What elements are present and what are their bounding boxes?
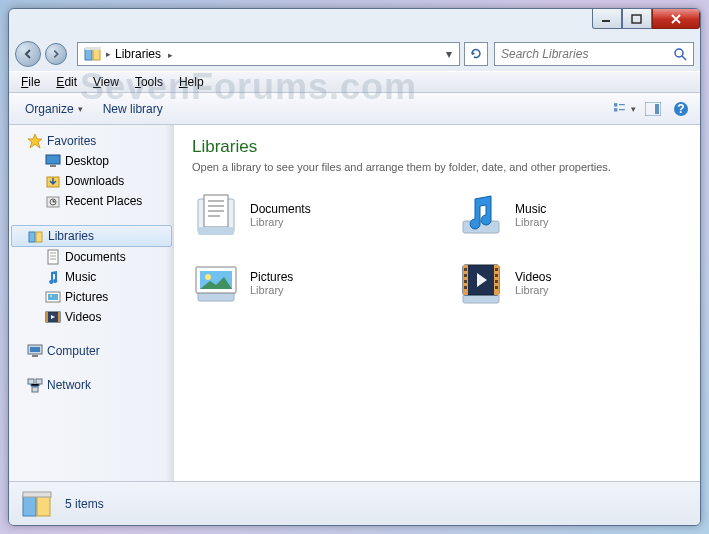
music-icon bbox=[45, 269, 61, 285]
help-button[interactable]: ? bbox=[670, 98, 692, 120]
svg-rect-27 bbox=[48, 294, 58, 300]
svg-rect-10 bbox=[619, 109, 625, 110]
details-pane: 5 items bbox=[9, 481, 700, 525]
documents-library-icon bbox=[192, 191, 240, 239]
svg-rect-15 bbox=[46, 155, 60, 164]
svg-rect-7 bbox=[614, 103, 617, 106]
minimize-button[interactable] bbox=[592, 9, 622, 29]
menu-bar: File Edit View Tools Help bbox=[9, 71, 700, 93]
address-bar[interactable]: ▸ Libraries ▸ ▾ bbox=[77, 42, 460, 66]
svg-rect-55 bbox=[464, 274, 467, 277]
svg-rect-37 bbox=[32, 387, 38, 392]
sidebar-computer[interactable]: Computer bbox=[9, 341, 174, 361]
recent-places-icon bbox=[45, 193, 61, 209]
svg-rect-0 bbox=[602, 20, 610, 22]
svg-point-5 bbox=[675, 49, 683, 57]
library-name: Videos bbox=[515, 270, 551, 284]
sidebar-network[interactable]: Network bbox=[9, 375, 174, 395]
navigation-bar: ▸ Libraries ▸ ▾ bbox=[9, 37, 700, 71]
refresh-button[interactable] bbox=[464, 42, 488, 66]
search-icon bbox=[673, 47, 687, 61]
sidebar-item-pictures[interactable]: Pictures bbox=[9, 287, 174, 307]
library-type: Library bbox=[250, 284, 293, 296]
library-item-music[interactable]: MusicLibrary bbox=[457, 191, 682, 239]
organize-button[interactable]: Organize ▾ bbox=[17, 98, 91, 120]
sidebar-item-music[interactable]: Music bbox=[9, 267, 174, 287]
sidebar-item-documents[interactable]: Documents bbox=[9, 247, 174, 267]
sidebar-libraries[interactable]: Libraries bbox=[11, 225, 172, 247]
sidebar-item-downloads[interactable]: Downloads bbox=[9, 171, 174, 191]
status-text: 5 items bbox=[65, 497, 104, 511]
svg-rect-59 bbox=[495, 274, 498, 277]
svg-rect-44 bbox=[198, 227, 234, 235]
svg-rect-9 bbox=[619, 104, 625, 105]
library-item-pictures[interactable]: PicturesLibrary bbox=[192, 259, 417, 307]
network-icon bbox=[27, 377, 43, 393]
svg-rect-60 bbox=[495, 280, 498, 283]
content-pane: Libraries Open a library to see your fil… bbox=[174, 125, 700, 481]
close-button[interactable] bbox=[652, 9, 700, 29]
svg-rect-35 bbox=[28, 379, 34, 384]
menu-tools[interactable]: Tools bbox=[127, 73, 171, 91]
explorer-body: Favorites Desktop Downloads Recent Place… bbox=[9, 125, 700, 481]
menu-view[interactable]: View bbox=[85, 73, 127, 91]
desktop-icon bbox=[45, 153, 61, 169]
window-controls bbox=[592, 9, 700, 29]
pictures-library-icon bbox=[192, 259, 240, 307]
svg-rect-8 bbox=[614, 108, 617, 111]
page-title: Libraries bbox=[192, 137, 682, 157]
menu-help[interactable]: Help bbox=[171, 73, 212, 91]
svg-rect-1 bbox=[632, 15, 641, 23]
command-bar: Organize ▾ New library ▾ ? bbox=[9, 93, 700, 125]
view-mode-button[interactable]: ▾ bbox=[614, 98, 636, 120]
library-item-documents[interactable]: DocumentsLibrary bbox=[192, 191, 417, 239]
svg-rect-4 bbox=[85, 47, 101, 50]
menu-file[interactable]: File bbox=[13, 73, 48, 91]
svg-point-28 bbox=[50, 295, 52, 297]
svg-rect-63 bbox=[37, 496, 50, 516]
videos-icon bbox=[45, 309, 61, 325]
page-subtitle: Open a library to see your files and arr… bbox=[192, 161, 682, 173]
svg-rect-54 bbox=[464, 268, 467, 271]
new-library-button[interactable]: New library bbox=[95, 98, 171, 120]
preview-pane-button[interactable] bbox=[642, 98, 664, 120]
svg-rect-16 bbox=[50, 165, 56, 167]
svg-rect-61 bbox=[495, 286, 498, 289]
svg-rect-64 bbox=[23, 492, 51, 497]
navigation-pane: Favorites Desktop Downloads Recent Place… bbox=[9, 125, 174, 481]
music-library-icon bbox=[457, 191, 505, 239]
svg-rect-2 bbox=[85, 49, 92, 60]
svg-rect-12 bbox=[655, 104, 659, 114]
libraries-icon bbox=[28, 228, 44, 244]
address-dropdown-button[interactable]: ▾ bbox=[441, 47, 457, 61]
library-grid: DocumentsLibrary MusicLibrary PicturesLi… bbox=[192, 191, 682, 307]
titlebar bbox=[9, 9, 700, 37]
svg-rect-21 bbox=[36, 232, 42, 242]
pictures-icon bbox=[45, 289, 61, 305]
svg-line-6 bbox=[682, 56, 686, 60]
svg-rect-3 bbox=[93, 49, 100, 60]
menu-edit[interactable]: Edit bbox=[48, 73, 85, 91]
svg-rect-57 bbox=[464, 286, 467, 289]
svg-rect-56 bbox=[464, 280, 467, 283]
sidebar-item-desktop[interactable]: Desktop bbox=[9, 151, 174, 171]
maximize-button[interactable] bbox=[622, 9, 652, 29]
library-type: Library bbox=[515, 284, 551, 296]
back-button[interactable] bbox=[15, 41, 41, 67]
computer-icon bbox=[27, 343, 43, 359]
libraries-folder-icon bbox=[21, 488, 53, 520]
libraries-icon bbox=[84, 45, 102, 63]
sidebar-item-recent-places[interactable]: Recent Places bbox=[9, 191, 174, 211]
search-input[interactable] bbox=[501, 47, 673, 61]
search-box[interactable] bbox=[494, 42, 694, 66]
sidebar-item-videos[interactable]: Videos bbox=[9, 307, 174, 327]
explorer-window: ▸ Libraries ▸ ▾ File Edit View Tools Hel… bbox=[8, 8, 701, 526]
downloads-icon bbox=[45, 173, 61, 189]
library-item-videos[interactable]: VideosLibrary bbox=[457, 259, 682, 307]
sidebar-favorites[interactable]: Favorites bbox=[9, 131, 174, 151]
breadcrumb-location[interactable]: Libraries ▸ bbox=[115, 47, 441, 61]
videos-library-icon bbox=[457, 259, 505, 307]
svg-rect-22 bbox=[48, 250, 58, 264]
svg-text:?: ? bbox=[677, 102, 684, 116]
forward-button[interactable] bbox=[45, 43, 67, 65]
